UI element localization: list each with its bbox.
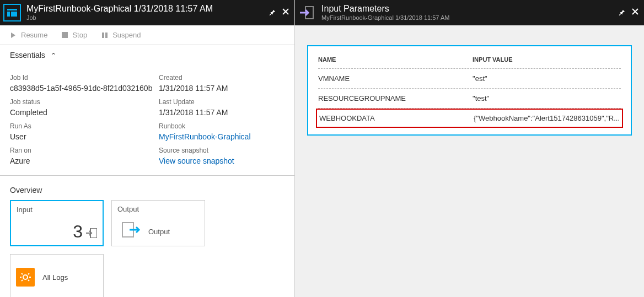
runas-value: User (10, 131, 159, 142)
close-icon[interactable] (632, 8, 638, 18)
chevron-up-icon: ⌄ (51, 51, 56, 59)
runas-label: Run As (10, 121, 159, 131)
resume-label: Resume (21, 31, 47, 39)
jobid-label: Job Id (10, 73, 159, 83)
stop-button[interactable]: Stop (62, 31, 87, 39)
blade-subtitle: Job (26, 14, 213, 21)
param-row-webhookdata[interactable]: WEBHOOKDATA {"WebhookName":"Alert1517428… (316, 109, 623, 128)
jobid-value: c83938d5-1a5f-4965-91dc-8f21d032160b (10, 83, 159, 94)
svg-rect-6 (105, 33, 108, 38)
params-input-icon (298, 4, 316, 21)
param-value: "test" (473, 94, 621, 102)
lastupdate-value: 1/31/2018 11:57 AM (159, 107, 285, 118)
param-name: RESOURCEGROUPNAME (318, 94, 473, 102)
jobstatus-label: Job status (10, 97, 159, 107)
svg-rect-1 (7, 9, 17, 10)
svg-rect-3 (11, 12, 17, 17)
job-blade-header: MyFirstRunbook-Graphical 1/31/2018 11:57… (0, 0, 294, 25)
essentials-toggle[interactable]: Essentials ⌄ (0, 45, 294, 65)
ranon-value: Azure (10, 155, 159, 166)
lastupdate-label: Last Update (159, 97, 285, 107)
overview-heading: Overview (10, 180, 285, 200)
essentials-label: Essentials (10, 51, 45, 60)
tile-input-label: Input (17, 206, 97, 214)
logs-icon (16, 268, 35, 287)
resume-button[interactable]: Resume (10, 31, 47, 39)
runbook-label: Runbook (159, 121, 285, 131)
suspend-button[interactable]: Suspend (101, 31, 141, 39)
params-blade-subtitle: MyFirstRunbook-Graphical 1/31/2018 11:57… (321, 14, 449, 21)
output-arrow-icon (122, 222, 141, 239)
params-blade-title: Input Parameters (321, 4, 449, 14)
job-icon-cube (3, 4, 21, 21)
blade-title: MyFirstRunbook-Graphical 1/31/2018 11:57… (26, 4, 213, 14)
param-name: WEBHOOKDATA (319, 114, 474, 122)
tile-all-logs[interactable]: All Logs (10, 254, 104, 297)
stop-label: Stop (72, 31, 87, 39)
created-value: 1/31/2018 11:57 AM (159, 83, 285, 94)
pin-icon[interactable] (268, 8, 276, 18)
params-blade-header: Input Parameters MyFirstRunbook-Graphica… (295, 0, 644, 25)
input-arrow-icon (86, 228, 97, 240)
snapshot-link[interactable]: View source snapshot (159, 155, 285, 166)
input-params-panel: NAME INPUT VALUE VMNAME "est" RESOURCEGR… (307, 45, 632, 136)
tile-input-count: 3 (73, 222, 83, 242)
param-row-vmname[interactable]: VMNAME "est" (318, 69, 621, 89)
svg-point-9 (23, 275, 28, 279)
jobstatus-value: Completed (10, 107, 159, 118)
svg-rect-2 (7, 12, 10, 17)
job-toolbar: Resume Stop Suspend (0, 25, 294, 45)
param-row-resourcegroup[interactable]: RESOURCEGROUPNAME "test" (318, 89, 621, 109)
svg-rect-5 (102, 33, 104, 38)
tile-output[interactable]: Output Output (111, 200, 205, 246)
tile-input[interactable]: Input 3 (10, 200, 104, 246)
param-name: VMNAME (318, 74, 473, 83)
essentials-panel: Job Id c83938d5-1a5f-4965-91dc-8f21d0321… (0, 65, 294, 176)
created-label: Created (159, 73, 285, 83)
tile-logs-label: All Logs (42, 273, 68, 282)
snapshot-label: Source snapshot (159, 145, 285, 155)
svg-rect-4 (62, 32, 68, 38)
runbook-link[interactable]: MyFirstRunbook-Graphical (159, 131, 285, 142)
ranon-label: Ran on (10, 145, 159, 155)
param-value: "est" (473, 74, 621, 83)
suspend-label: Suspend (112, 31, 141, 39)
param-value: {"WebhookName":"Alert1517428631059","R..… (474, 114, 620, 122)
pin-icon[interactable] (618, 8, 625, 18)
col-name-header: NAME (318, 56, 473, 63)
col-value-header: INPUT VALUE (473, 56, 621, 63)
tile-output-label: Output (117, 205, 199, 213)
tile-output-sub: Output (148, 228, 170, 236)
close-icon[interactable] (282, 8, 289, 18)
